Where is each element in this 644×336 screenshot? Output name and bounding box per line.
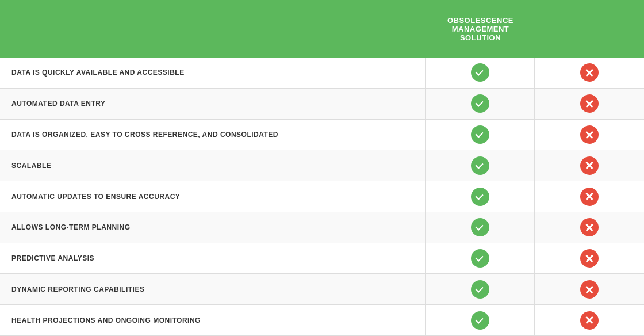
table-row: ALLOWS LONG-TERM PLANNING bbox=[0, 212, 644, 243]
feature-cell: DATA IS ORGANIZED, EASY TO CROSS REFEREN… bbox=[0, 120, 425, 150]
spreadsheet-cross-cell bbox=[535, 243, 644, 274]
cross-icon bbox=[580, 188, 599, 206]
table-row: AUTOMATIC UPDATES TO ENSURE ACCURACY bbox=[0, 181, 644, 212]
check-icon bbox=[471, 249, 489, 268]
check-icon bbox=[471, 63, 489, 82]
cross-icon bbox=[580, 125, 599, 144]
feature-cell: DYNAMIC REPORTING CAPABILITIES bbox=[0, 274, 425, 304]
table-row: DYNAMIC REPORTING CAPABILITIES bbox=[0, 274, 644, 305]
check-icon bbox=[471, 94, 489, 113]
header-feature-cell bbox=[0, 0, 425, 58]
table-row: AUTOMATED DATA ENTRY bbox=[0, 89, 644, 120]
spreadsheet-cross-cell bbox=[535, 212, 644, 243]
solution-check-cell bbox=[425, 243, 535, 274]
check-icon bbox=[471, 125, 489, 144]
table-row: DATA IS ORGANIZED, EASY TO CROSS REFEREN… bbox=[0, 120, 644, 151]
table-row: SCALABLE bbox=[0, 150, 644, 181]
table-header: OBSOLESCENCEMANAGEMENTSOLUTION bbox=[0, 0, 644, 58]
spreadsheet-cross-cell bbox=[535, 181, 644, 212]
spreadsheet-cross-cell bbox=[535, 120, 644, 150]
feature-cell: AUTOMATED DATA ENTRY bbox=[0, 89, 425, 119]
cross-icon bbox=[580, 218, 599, 236]
table-row: HEALTH PROJECTIONS AND ONGOING MONITORIN… bbox=[0, 305, 644, 336]
solution-check-cell bbox=[425, 212, 535, 243]
check-icon bbox=[471, 218, 489, 236]
table-row: PREDICTIVE ANALYSIS bbox=[0, 243, 644, 274]
cross-icon bbox=[580, 249, 599, 268]
comparison-table: OBSOLESCENCEMANAGEMENTSOLUTION DATA IS Q… bbox=[0, 0, 644, 336]
feature-cell: PREDICTIVE ANALYSIS bbox=[0, 243, 425, 274]
spreadsheet-cross-cell bbox=[535, 305, 644, 335]
table-body: DATA IS QUICKLY AVAILABLE AND ACCESSIBLE… bbox=[0, 58, 644, 336]
header-solution-cell: OBSOLESCENCEMANAGEMENTSOLUTION bbox=[425, 0, 535, 58]
check-icon bbox=[471, 280, 489, 299]
check-icon bbox=[471, 311, 489, 330]
check-icon bbox=[471, 188, 489, 206]
spreadsheet-cross-cell bbox=[535, 274, 644, 304]
solution-check-cell bbox=[425, 58, 535, 88]
spreadsheet-cross-cell bbox=[535, 58, 644, 88]
feature-cell: ALLOWS LONG-TERM PLANNING bbox=[0, 212, 425, 243]
solution-check-cell bbox=[425, 120, 535, 150]
cross-icon bbox=[580, 156, 599, 175]
header-spreadsheets-cell bbox=[535, 0, 644, 58]
check-icon bbox=[471, 156, 489, 175]
cross-icon bbox=[580, 63, 599, 82]
solution-check-cell bbox=[425, 89, 535, 119]
cross-icon bbox=[580, 280, 599, 299]
spreadsheet-cross-cell bbox=[535, 89, 644, 119]
cross-icon bbox=[580, 311, 599, 330]
solution-check-cell bbox=[425, 305, 535, 335]
spreadsheet-cross-cell bbox=[535, 150, 644, 181]
table-row: DATA IS QUICKLY AVAILABLE AND ACCESSIBLE bbox=[0, 58, 644, 89]
solution-check-cell bbox=[425, 150, 535, 181]
cross-icon bbox=[580, 94, 599, 113]
feature-cell: DATA IS QUICKLY AVAILABLE AND ACCESSIBLE bbox=[0, 58, 425, 88]
feature-cell: AUTOMATIC UPDATES TO ENSURE ACCURACY bbox=[0, 181, 425, 212]
feature-cell: SCALABLE bbox=[0, 150, 425, 181]
feature-cell: HEALTH PROJECTIONS AND ONGOING MONITORIN… bbox=[0, 305, 425, 335]
solution-check-cell bbox=[425, 274, 535, 304]
solution-check-cell bbox=[425, 181, 535, 212]
